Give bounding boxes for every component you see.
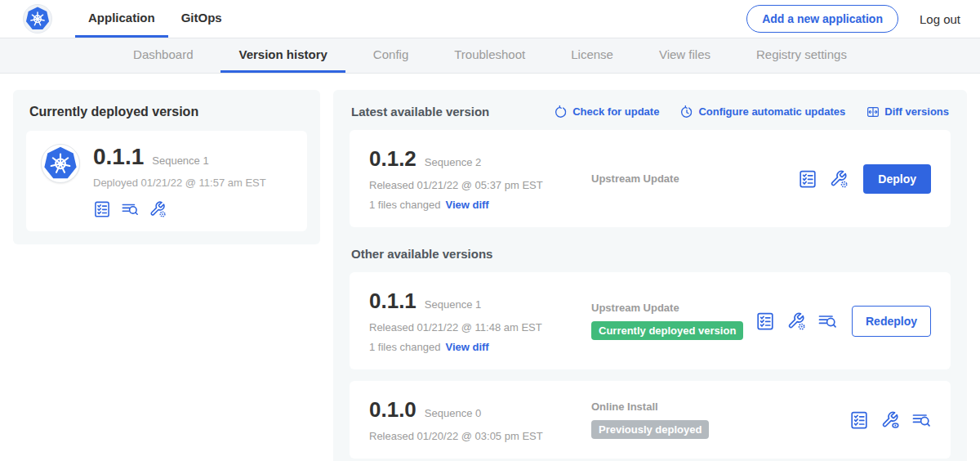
subnav-tab-license[interactable]: License bbox=[553, 38, 631, 73]
tab-gitops[interactable]: GitOps bbox=[168, 0, 235, 38]
previously-deployed-badge: Previously deployed bbox=[591, 420, 709, 439]
released-timestamp: Released 01/21/22 @ 05:37 pm EST bbox=[369, 179, 591, 191]
deployed-sequence-label: Sequence 1 bbox=[152, 154, 208, 167]
files-changed-label: 1 files changed bbox=[369, 341, 440, 353]
subnav-tab-view-files[interactable]: View files bbox=[641, 38, 728, 73]
main-content: Currently deployed version 0.1.1 Sequenc… bbox=[0, 74, 980, 461]
release-notes-icon[interactable] bbox=[755, 311, 775, 331]
app-icon bbox=[41, 144, 80, 183]
deployed-panel-title: Currently deployed version bbox=[29, 105, 307, 119]
sequence-label: Sequence 2 bbox=[425, 156, 481, 168]
subnav-tab-version-history[interactable]: Version history bbox=[220, 38, 345, 73]
schedule-update-icon bbox=[680, 105, 693, 119]
subnav-tab-registry-settings[interactable]: Registry settings bbox=[738, 38, 865, 73]
add-application-button[interactable]: Add a new application bbox=[746, 5, 898, 33]
subnav-tab-dashboard[interactable]: Dashboard bbox=[115, 38, 211, 73]
app-logo[interactable] bbox=[23, 4, 52, 34]
released-timestamp: Released 01/21/22 @ 11:48 am EST bbox=[369, 321, 591, 333]
refresh-icon bbox=[555, 105, 568, 119]
version-source-label: Online Install bbox=[591, 401, 849, 413]
version-number: 0.1.2 bbox=[369, 146, 416, 172]
top-nav: Application GitOps Add a new application… bbox=[0, 0, 980, 38]
version-source-label: Upstream Update bbox=[591, 302, 755, 314]
version-card-0-1-1: 0.1.1 Sequence 1 Released 01/21/22 @ 11:… bbox=[350, 272, 951, 369]
version-number: 0.1.1 bbox=[369, 289, 416, 314]
sub-nav: Dashboard Version history Config Trouble… bbox=[0, 38, 980, 74]
tab-application-label: Application bbox=[88, 11, 155, 25]
deploy-button[interactable]: Deploy bbox=[863, 164, 931, 194]
configure-automatic-updates-button[interactable]: Configure automatic updates bbox=[680, 105, 845, 119]
deployed-version-card: 0.1.1 Sequence 1 Deployed 01/21/22 @ 11:… bbox=[26, 131, 307, 231]
view-logs-icon[interactable] bbox=[911, 410, 931, 430]
sequence-label: Sequence 1 bbox=[425, 298, 481, 311]
release-notes-icon[interactable] bbox=[798, 169, 817, 189]
diff-versions-label: Diff versions bbox=[884, 105, 949, 118]
subnav-tab-troubleshoot[interactable]: Troubleshoot bbox=[436, 38, 543, 73]
release-notes-icon[interactable] bbox=[93, 200, 111, 218]
version-number: 0.1.0 bbox=[369, 397, 416, 423]
deployed-version-number: 0.1.1 bbox=[93, 144, 144, 170]
version-history-panel: Latest available version Check for updat… bbox=[333, 90, 967, 461]
configure-automatic-updates-label: Configure automatic updates bbox=[698, 105, 845, 118]
logout-link[interactable]: Log out bbox=[920, 12, 960, 26]
view-diff-link[interactable]: View diff bbox=[445, 199, 488, 211]
sequence-label: Sequence 0 bbox=[425, 407, 481, 419]
version-card-0-1-2: 0.1.2 Sequence 2 Released 01/21/22 @ 05:… bbox=[350, 130, 951, 227]
released-timestamp: Released 01/20/22 @ 03:05 pm EST bbox=[369, 430, 591, 442]
currently-deployed-badge: Currently deployed version bbox=[591, 321, 743, 340]
latest-version-title: Latest available version bbox=[351, 105, 489, 119]
tab-application[interactable]: Application bbox=[75, 0, 168, 38]
deployed-timestamp: Deployed 01/21/22 @ 11:57 am EST bbox=[93, 177, 266, 189]
check-for-update-label: Check for update bbox=[572, 105, 659, 118]
diff-icon bbox=[866, 105, 880, 119]
redeploy-button[interactable]: Redeploy bbox=[852, 306, 931, 337]
view-logs-icon[interactable] bbox=[817, 311, 837, 331]
view-diff-link[interactable]: View diff bbox=[445, 341, 488, 353]
subnav-tab-config[interactable]: Config bbox=[355, 38, 426, 73]
edit-config-icon[interactable] bbox=[149, 200, 167, 218]
check-for-update-button[interactable]: Check for update bbox=[555, 105, 659, 119]
kubernetes-logo-icon bbox=[25, 7, 50, 31]
kubernetes-logo-icon bbox=[43, 146, 78, 181]
view-config-icon[interactable] bbox=[880, 410, 900, 430]
currently-deployed-panel: Currently deployed version 0.1.1 Sequenc… bbox=[13, 90, 320, 244]
edit-config-icon[interactable] bbox=[829, 169, 849, 189]
tab-gitops-label: GitOps bbox=[181, 11, 222, 25]
edit-config-icon[interactable] bbox=[786, 311, 806, 331]
release-notes-icon[interactable] bbox=[849, 410, 869, 430]
diff-versions-button[interactable]: Diff versions bbox=[866, 105, 949, 119]
other-versions-title: Other available versions bbox=[351, 247, 949, 261]
view-logs-icon[interactable] bbox=[121, 200, 139, 218]
files-changed-label: 1 files changed bbox=[369, 199, 440, 211]
version-card-0-1-0: 0.1.0 Sequence 0 Released 01/20/22 @ 03:… bbox=[350, 381, 951, 459]
version-source-label: Upstream Update bbox=[591, 172, 798, 185]
